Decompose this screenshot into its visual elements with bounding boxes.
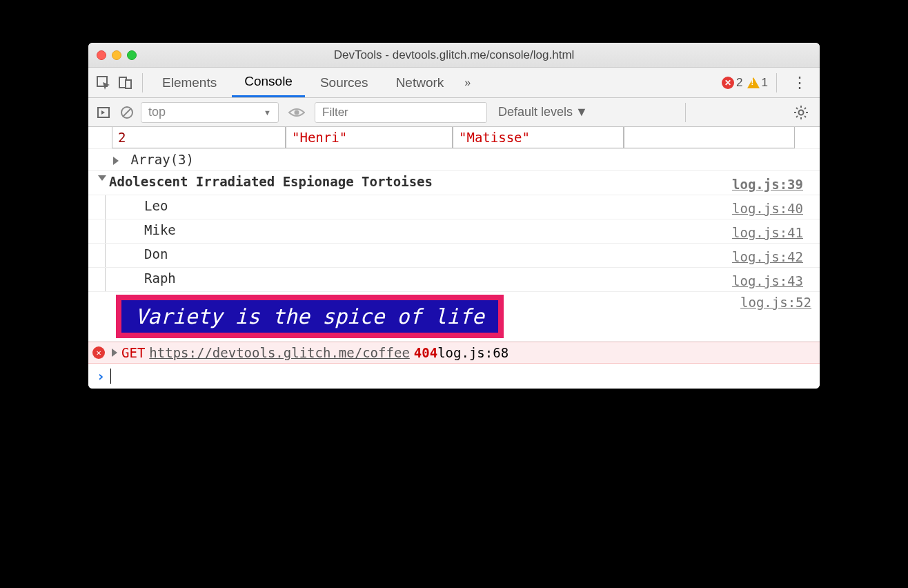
- source-link[interactable]: log.js:41: [732, 222, 811, 240]
- filter-input[interactable]: [315, 102, 487, 123]
- array-label: Array(3): [130, 152, 194, 167]
- clear-console-icon[interactable]: [117, 103, 137, 122]
- error-url[interactable]: https://devtools.glitch.me/coffee: [149, 345, 410, 360]
- svg-rect-2: [126, 80, 131, 88]
- cell-last: "Matisse": [453, 127, 624, 148]
- log-row[interactable]: Raph log.js:43: [88, 268, 820, 292]
- source-link[interactable]: log.js:42: [732, 246, 811, 264]
- source-link[interactable]: log.js:40: [732, 198, 811, 216]
- tab-elements[interactable]: Elements: [150, 68, 229, 97]
- cell-index: 2: [112, 127, 286, 148]
- svg-line-12: [796, 108, 798, 109]
- styled-box: Variety is the spice of life: [116, 295, 504, 338]
- more-tabs-icon[interactable]: »: [459, 77, 476, 89]
- svg-point-7: [798, 110, 803, 115]
- divider: [685, 103, 686, 122]
- divider: [142, 73, 143, 92]
- styled-log-row[interactable]: Variety is the spice of life log.js:52: [88, 292, 820, 342]
- warning-count-badge[interactable]: 1: [747, 76, 768, 90]
- group-header-row[interactable]: Adolescent Irradiated Espionage Tortoise…: [88, 171, 820, 195]
- warning-count: 1: [762, 76, 768, 90]
- log-text: Raph: [144, 271, 176, 288]
- error-icon: ✕: [722, 77, 734, 89]
- log-row[interactable]: Don log.js:42: [88, 244, 820, 268]
- svg-line-5: [123, 108, 131, 117]
- cell-first: "Henri": [286, 127, 453, 148]
- log-row[interactable]: Mike log.js:41: [88, 219, 820, 244]
- live-expression-icon[interactable]: [283, 107, 310, 118]
- source-link[interactable]: log.js:52: [740, 292, 820, 341]
- table-row[interactable]: 2 "Henri" "Matisse": [88, 127, 820, 149]
- divider: [776, 73, 777, 92]
- error-count: 2: [736, 76, 742, 90]
- source-link[interactable]: log.js:68: [437, 345, 509, 360]
- source-link[interactable]: log.js:43: [732, 271, 811, 288]
- tab-network[interactable]: Network: [384, 68, 457, 97]
- log-levels-selector[interactable]: Default levels ▼: [498, 105, 588, 119]
- log-text: Don: [144, 246, 168, 264]
- svg-point-6: [295, 110, 299, 115]
- error-count-badge[interactable]: ✕ 2: [722, 76, 742, 90]
- expand-icon[interactable]: [113, 157, 119, 165]
- error-log-row[interactable]: ✕ GET https://devtools.glitch.me/coffee …: [88, 342, 820, 364]
- tab-console[interactable]: Console: [232, 68, 305, 97]
- source-link[interactable]: log.js:39: [732, 174, 811, 192]
- devtools-window: DevTools - devtools.glitch.me/console/lo…: [88, 43, 820, 389]
- log-text: Mike: [144, 222, 176, 240]
- show-sidebar-icon[interactable]: [94, 103, 113, 122]
- log-text: Leo: [144, 198, 168, 216]
- svg-line-15: [805, 108, 806, 109]
- array-summary-row[interactable]: Array(3): [88, 149, 820, 171]
- styled-text: Variety is the spice of life: [121, 300, 498, 333]
- console-prompt[interactable]: ›: [88, 364, 820, 389]
- group-title: Adolescent Irradiated Espionage Tortoise…: [109, 174, 433, 192]
- window-title: DevTools - devtools.glitch.me/console/lo…: [88, 48, 820, 62]
- more-menu-icon[interactable]: ⋮: [785, 74, 814, 92]
- chevron-down-icon: ▼: [575, 105, 588, 119]
- context-selector[interactable]: top: [141, 102, 279, 123]
- settings-icon[interactable]: [788, 105, 814, 120]
- context-value: top: [148, 105, 166, 119]
- cursor: [110, 369, 111, 384]
- http-status: 404: [414, 345, 437, 360]
- expand-icon[interactable]: [112, 349, 117, 357]
- prompt-icon: ›: [97, 368, 105, 384]
- levels-label: Default levels: [498, 105, 573, 119]
- inspect-element-icon[interactable]: [94, 73, 113, 92]
- cell-empty: [624, 127, 795, 148]
- svg-line-14: [796, 116, 798, 117]
- main-tabbar: Elements Console Sources Network » ✕ 2 1…: [88, 68, 820, 98]
- http-method: GET: [121, 345, 145, 360]
- warning-icon: [747, 77, 760, 88]
- titlebar: DevTools - devtools.glitch.me/console/lo…: [88, 43, 820, 68]
- log-row[interactable]: Leo log.js:40: [88, 195, 820, 219]
- collapse-icon[interactable]: [98, 175, 106, 181]
- console-output: 2 "Henri" "Matisse" Array(3) Adolescent …: [88, 127, 820, 389]
- device-toggle-icon[interactable]: [116, 73, 135, 92]
- error-icon: ✕: [92, 346, 105, 359]
- svg-line-13: [805, 116, 806, 117]
- tab-sources[interactable]: Sources: [308, 68, 381, 97]
- console-toolbar: top Default levels ▼: [88, 98, 820, 127]
